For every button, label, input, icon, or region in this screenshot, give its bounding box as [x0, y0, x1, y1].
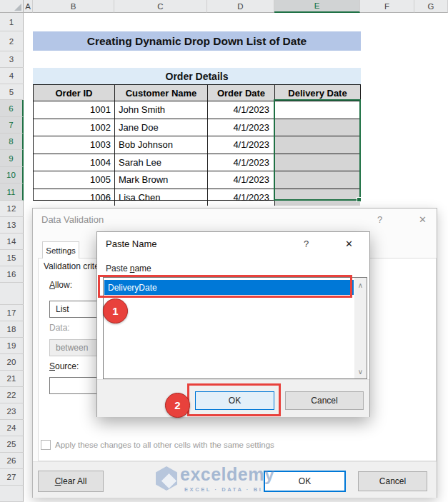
cell-order-date[interactable]: 4/1/2023 [208, 119, 275, 136]
cell-customer-name[interactable]: Lisa Chen [115, 189, 208, 206]
tab-settings[interactable]: Settings [42, 241, 79, 258]
row-header-16[interactable]: 16 [0, 266, 24, 283]
row-header-27[interactable]: 27 [0, 469, 24, 486]
annotation-box-ok [187, 383, 281, 416]
allow-label: Allow: [49, 280, 72, 290]
column-header-e-selected[interactable]: E [274, 0, 360, 13]
row-header-24[interactable]: 24 [0, 420, 24, 436]
scroll-up-icon[interactable]: ∧ [354, 278, 367, 292]
column-header-f[interactable]: F [360, 0, 414, 13]
sheet-title-banner: Creating Dynamic Drop Down List of Date [33, 31, 361, 51]
help-icon[interactable]: ? [377, 214, 382, 225]
table-row: 1002 Jane Doe 4/1/2023 [34, 119, 360, 136]
row-header-12[interactable]: 12 [0, 201, 24, 217]
row-header-blank-bottom[interactable] [0, 486, 24, 502]
row-header-8[interactable]: 8 [0, 134, 24, 150]
row-header-17[interactable]: 17 [0, 305, 24, 321]
row-header-13[interactable]: 13 [0, 217, 24, 234]
scroll-down-icon[interactable]: ∨ [354, 364, 367, 378]
row-header-9[interactable]: 9 [0, 150, 24, 167]
cell-order-date[interactable]: 4/1/2023 [208, 136, 275, 154]
excel-window: A B C D E F G 1 2 3 4 5 6 7 8 9 10 11 12… [0, 0, 448, 502]
cancel-button[interactable]: Cancel [285, 391, 364, 410]
cell-order-id[interactable]: 1004 [34, 154, 115, 171]
cell-delivery-date[interactable] [275, 171, 360, 189]
row-header-2[interactable]: 2 [0, 31, 24, 51]
data-label: Data: [49, 323, 70, 333]
select-all-triangle-icon [14, 4, 21, 11]
cell-order-date[interactable]: 4/1/2023 [208, 101, 275, 119]
cell-customer-name[interactable]: Bob Johnson [115, 136, 208, 154]
row-header-11[interactable]: 11 [0, 184, 24, 201]
header-order-date: Order Date [208, 85, 275, 101]
paste-name-label: Pastename [106, 263, 151, 273]
cell-order-date[interactable]: 4/1/2023 [208, 154, 275, 171]
order-table: Order ID Customer Name Order Date Delive… [33, 84, 361, 201]
apply-changes-label: Apply these changes to all other cells w… [55, 441, 274, 449]
cell-delivery-date[interactable] [275, 119, 360, 136]
table-row: 1001 John Smith 4/1/2023 [34, 101, 360, 119]
close-icon[interactable]: ✕ [419, 214, 427, 225]
table-row: 1003 Bob Johnson 4/1/2023 [34, 136, 360, 154]
row-header-14[interactable]: 14 [0, 234, 24, 250]
cell-delivery-date[interactable] [275, 136, 360, 154]
fill-handle[interactable] [357, 197, 362, 202]
row-header-blank[interactable] [0, 283, 24, 305]
header-order-id: Order ID [34, 85, 115, 101]
annotation-step-2: 2 [165, 393, 190, 418]
row-header-7[interactable]: 7 [0, 117, 24, 134]
cell-delivery-date[interactable] [275, 189, 360, 206]
cell-customer-name[interactable]: Jane Doe [115, 119, 208, 136]
cell-order-id[interactable]: 1006 [34, 189, 115, 206]
column-header-g[interactable]: G [414, 0, 448, 13]
dialog-title: Paste Name [106, 239, 157, 249]
cell-customer-name[interactable]: Sarah Lee [115, 154, 208, 171]
row-header-15[interactable]: 15 [0, 250, 24, 266]
row-header-1[interactable]: 1 [0, 13, 24, 31]
cell-delivery-date[interactable] [275, 154, 360, 171]
listbox-scrollbar[interactable]: ∧ ∨ [354, 278, 367, 378]
cell-order-id[interactable]: 1002 [34, 119, 115, 136]
cell-order-date[interactable]: 4/1/2023 [208, 189, 275, 206]
row-header-21[interactable]: 21 [0, 371, 24, 387]
cell-customer-name[interactable]: Mark Brown [115, 171, 208, 189]
row-header-3[interactable]: 3 [0, 51, 24, 68]
column-header-a[interactable]: A [24, 0, 33, 13]
table-row: 1004 Sarah Lee 4/1/2023 [34, 154, 360, 171]
cell-order-id[interactable]: 1001 [34, 101, 115, 119]
cell-order-date[interactable]: 4/1/2023 [208, 171, 275, 189]
row-header-10[interactable]: 10 [0, 167, 24, 184]
clear-all-button[interactable]: Clear All [38, 471, 104, 492]
row-header-5[interactable]: 5 [0, 84, 24, 100]
table-row: 1006 Lisa Chen 4/1/2023 [34, 189, 360, 206]
column-header-c[interactable]: C [114, 0, 207, 13]
header-customer-name: Customer Name [115, 85, 208, 101]
help-icon[interactable]: ? [304, 239, 309, 249]
ok-button[interactable]: OK [264, 471, 346, 492]
cell-order-id[interactable]: 1003 [34, 136, 115, 154]
column-header-b[interactable]: B [33, 0, 114, 13]
apply-changes-checkbox[interactable] [41, 440, 51, 450]
row-header-26[interactable]: 26 [0, 453, 24, 469]
close-icon[interactable]: ✕ [345, 239, 353, 249]
row-header-22[interactable]: 22 [0, 387, 24, 403]
table-row: 1005 Mark Brown 4/1/2023 [34, 171, 360, 189]
cancel-button[interactable]: Cancel [358, 471, 427, 491]
select-all-corner[interactable] [0, 0, 24, 13]
row-header-4[interactable]: 4 [0, 68, 24, 84]
cell-customer-name[interactable]: John Smith [115, 101, 208, 119]
column-header-d[interactable]: D [207, 0, 274, 13]
row-header-20[interactable]: 20 [0, 354, 24, 371]
annotation-step-1: 1 [103, 298, 128, 323]
cell-order-id[interactable]: 1005 [34, 171, 115, 189]
row-header-25[interactable]: 25 [0, 436, 24, 453]
cell-delivery-date-active[interactable] [275, 101, 360, 119]
row-header-19[interactable]: 19 [0, 338, 24, 354]
order-details-banner: Order Details [33, 68, 361, 84]
row-header-6[interactable]: 6 [0, 100, 24, 117]
row-header-18[interactable]: 18 [0, 321, 24, 338]
table-header-row: Order ID Customer Name Order Date Delive… [34, 85, 360, 101]
dialog-title: Data Validation [41, 214, 104, 225]
source-label: Source: [49, 361, 79, 371]
row-header-23[interactable]: 23 [0, 403, 24, 420]
